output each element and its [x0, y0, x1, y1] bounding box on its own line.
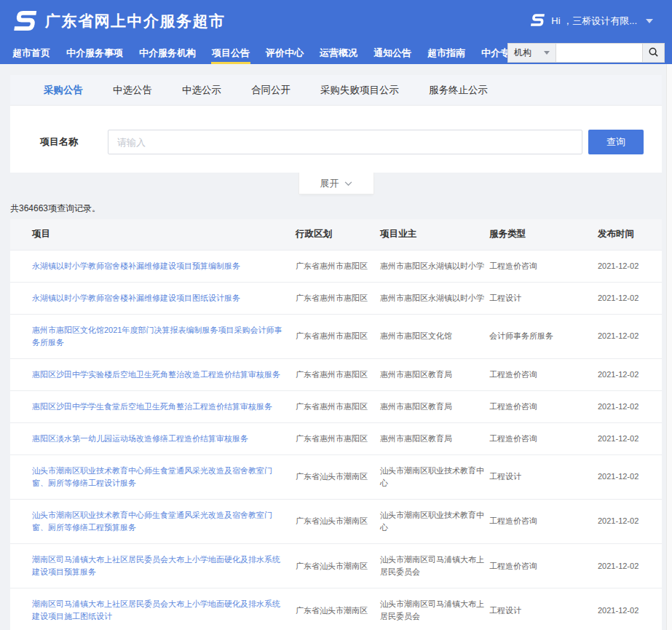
project-link[interactable]: 惠州市惠阳区文化馆2021年度部门决算报表编制服务项目采购会计师事务所服务	[32, 326, 282, 347]
search-category-select[interactable]: 机构	[508, 44, 556, 62]
nav-item-3[interactable]: 中介服务机构	[131, 42, 204, 64]
cell-date: 2021-12-02	[598, 499, 662, 543]
table-row: 惠州市惠阳区文化馆2021年度部门决算报表编制服务项目采购会计师事务所服务广东省…	[10, 314, 662, 358]
table-row: 汕头市潮南区职业技术教育中心师生食堂通风采光改造及宿舍教室门窗、厕所等修缮工程设…	[10, 454, 662, 499]
cell-region: 广东省惠州市惠阳区	[296, 282, 380, 314]
nav-item-4[interactable]: 项目公告	[204, 42, 258, 64]
cell-owner: 汕头市潮南区职业技术教育中心	[380, 454, 489, 499]
cell-region: 广东省惠州市惠阳区	[296, 390, 380, 422]
nav-item-2[interactable]: 中介服务事项	[58, 42, 131, 64]
cell-region: 广东省惠州市惠阳区	[296, 250, 380, 282]
expand-button[interactable]: 展开	[299, 173, 374, 194]
site-brand[interactable]: 广东省网上中介服务超市	[12, 9, 226, 32]
nav-item-8[interactable]: 超市指南	[419, 42, 473, 64]
cell-region: 广东省汕头市潮南区	[296, 588, 380, 630]
main-nav-bar: 超市首页中介服务事项中介服务机构项目公告评价中心运营概况通知公告超市指南中介专属…	[0, 42, 672, 64]
cell-project: 潮南区司马浦镇大布上社区居民委员会大布上小学地面硬化及排水系统建设项目预算服务	[10, 544, 296, 588]
project-link[interactable]: 惠阳区沙田中学学生食堂后空地卫生死角整治工程造价结算审核服务	[32, 402, 272, 411]
table-row: 汕头市潮南区职业技术教育中心师生食堂通风采光改造及宿舍教室门窗、厕所等修缮工程预…	[10, 499, 662, 543]
project-link[interactable]: 汕头市潮南区职业技术教育中心师生食堂通风采光改造及宿舍教室门窗、厕所等修缮工程预…	[32, 511, 272, 532]
cell-type: 工程造价咨询	[489, 422, 598, 454]
cell-type: 工程造价咨询	[489, 358, 598, 390]
query-button[interactable]: 查询	[588, 130, 644, 154]
cell-project: 惠阳区沙田中学学生食堂后空地卫生死角整治工程造价结算审核服务	[10, 390, 296, 422]
tab-3[interactable]: 中选公示	[182, 84, 221, 97]
cell-date: 2021-12-02	[598, 314, 662, 358]
tab-6[interactable]: 服务终止公示	[429, 84, 488, 97]
org-search-button[interactable]	[642, 44, 664, 62]
chevron-down-icon	[646, 19, 653, 23]
table-row: 惠阳区沙田中学实验楼后空地卫生死角整治改造工程造价结算审核服务广东省惠州市惠阳区…	[10, 358, 662, 390]
user-menu[interactable]: Hi ，三桥设计有限...	[529, 0, 653, 42]
expand-wrap: 展开	[10, 173, 662, 194]
cell-project: 惠阳区淡水第一幼儿园运动场改造修缮工程造价结算审核服务	[10, 422, 296, 454]
user-logo-icon	[529, 13, 545, 29]
project-link[interactable]: 永湖镇以时小学教师宿舍楼补漏维修建设项目预算编制服务	[32, 261, 240, 270]
site-title: 广东省网上中介服务超市	[45, 11, 226, 31]
project-link[interactable]: 惠阳区沙田中学实验楼后空地卫生死角整治改造工程造价结算审核服务	[32, 370, 280, 379]
table-row: 潮南区司马浦镇大布上社区居民委员会大布上小学地面硬化及排水系统建设项目预算服务广…	[10, 544, 662, 588]
project-link[interactable]: 汕头市潮南区职业技术教育中心师生食堂通风采光改造及宿舍教室门窗、厕所等修缮工程设…	[32, 466, 272, 487]
cell-type: 工程造价咨询	[489, 544, 598, 588]
project-link[interactable]: 永湖镇以时小学教师宿舍楼补漏维修建设项目图纸设计服务	[32, 294, 240, 302]
nav-item-7[interactable]: 通知公告	[365, 42, 419, 64]
table-row: 惠阳区淡水第一幼儿园运动场改造修缮工程造价结算审核服务广东省惠州市惠阳区惠州市惠…	[10, 422, 662, 454]
column-header-owner: 项目业主	[380, 219, 489, 250]
org-search-input[interactable]	[556, 44, 642, 62]
cell-date: 2021-12-02	[598, 544, 662, 588]
column-header-project: 项目	[10, 219, 296, 250]
cell-type: 工程设计	[489, 454, 598, 499]
nav-item-5[interactable]: 评价中心	[258, 42, 312, 64]
project-name-input[interactable]	[108, 130, 582, 154]
cell-project: 汕头市潮南区职业技术教育中心师生食堂通风采光改造及宿舍教室门窗、厕所等修缮工程设…	[10, 454, 296, 499]
cell-type: 会计师事务所服务	[489, 314, 598, 358]
top-header: 广东省网上中介服务超市 Hi ，三桥设计有限...	[0, 0, 672, 42]
announcement-tabs: 采购公告中选公告中选公示合同公开采购失败项目公示服务终止公示	[10, 75, 662, 106]
cell-region: 广东省汕头市潮南区	[296, 499, 380, 543]
cell-project: 永湖镇以时小学教师宿舍楼补漏维修建设项目图纸设计服务	[10, 282, 296, 314]
site-logo-icon	[12, 9, 38, 32]
column-header-type: 服务类型	[489, 219, 598, 250]
project-link[interactable]: 潮南区司马浦镇大布上社区居民委员会大布上小学地面硬化及排水系统建设项目施工图纸设…	[32, 599, 280, 621]
main-nav: 超市首页中介服务事项中介服务机构项目公告评价中心运营概况通知公告超市指南中介专属…	[4, 42, 546, 64]
project-link[interactable]: 潮南区司马浦镇大布上社区居民委员会大布上小学地面硬化及排水系统建设项目预算服务	[32, 555, 280, 576]
filter-row: 项目名称 查询	[10, 106, 662, 173]
tab-1[interactable]: 采购公告	[44, 84, 83, 97]
cell-date: 2021-12-02	[598, 390, 662, 422]
cell-owner: 汕头市潮南区司马浦镇大布上居民委员会	[380, 544, 489, 588]
cell-region: 广东省汕头市潮南区	[296, 454, 380, 499]
cell-type: 工程设计	[489, 588, 598, 630]
cell-project: 惠州市惠阳区文化馆2021年度部门决算报表编制服务项目采购会计师事务所服务	[10, 314, 296, 358]
cell-project: 潮南区司马浦镇大布上社区居民委员会大布上小学地面硬化及排水系统建设项目施工图纸设…	[10, 588, 296, 630]
cell-date: 2021-12-02	[598, 250, 662, 282]
column-header-date: 发布时间	[598, 219, 662, 250]
cell-date: 2021-12-02	[598, 588, 662, 630]
table-row: 潮南区司马浦镇大布上社区居民委员会大布上小学地面硬化及排水系统建设项目施工图纸设…	[10, 588, 662, 630]
cell-date: 2021-12-02	[598, 422, 662, 454]
cell-owner: 汕头市潮南区司马浦镇大布上居民委员会	[380, 588, 489, 630]
table-header-row: 项目 行政区划 项目业主 服务类型 发布时间	[10, 219, 662, 250]
tab-2[interactable]: 中选公告	[113, 84, 152, 97]
cell-owner: 惠州市惠阳区教育局	[380, 358, 489, 390]
scrollbar[interactable]	[666, 64, 672, 630]
cell-owner: 惠州市惠阳区永湖镇以时小学	[380, 282, 489, 314]
cell-owner: 惠州市惠阳区教育局	[380, 390, 489, 422]
cell-region: 广东省惠州市惠阳区	[296, 422, 380, 454]
cell-date: 2021-12-02	[598, 454, 662, 499]
cell-owner: 汕头市潮南区职业技术教育中心	[380, 499, 489, 543]
user-greeting: Hi ，三桥设计有限...	[551, 15, 637, 28]
tab-5[interactable]: 采购失败项目公示	[320, 84, 399, 97]
search-icon	[648, 47, 659, 60]
table-row: 惠阳区沙田中学学生食堂后空地卫生死角整治工程造价结算审核服务广东省惠州市惠阳区惠…	[10, 390, 662, 422]
results-summary: 共364663项查询记录。	[10, 202, 662, 215]
cell-type: 工程造价咨询	[489, 390, 598, 422]
table-row: 永湖镇以时小学教师宿舍楼补漏维修建设项目预算编制服务广东省惠州市惠阳区惠州市惠阳…	[10, 250, 662, 282]
cell-owner: 惠州市惠阳区教育局	[380, 422, 489, 454]
tab-4[interactable]: 合同公开	[251, 84, 290, 97]
nav-item-1[interactable]: 超市首页	[4, 42, 58, 64]
nav-item-6[interactable]: 运营概况	[312, 42, 365, 64]
project-name-label: 项目名称	[40, 135, 108, 149]
project-link[interactable]: 惠阳区淡水第一幼儿园运动场改造修缮工程造价结算审核服务	[32, 434, 248, 443]
cell-project: 永湖镇以时小学教师宿舍楼补漏维修建设项目预算编制服务	[10, 250, 296, 282]
org-search-group: 机构	[507, 43, 665, 63]
